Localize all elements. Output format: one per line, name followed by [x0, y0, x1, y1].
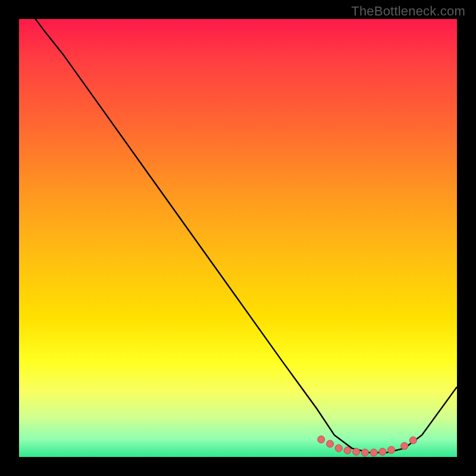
- plot-area: [19, 19, 457, 457]
- highlight-dot: [318, 436, 325, 443]
- highlight-dot: [353, 448, 360, 455]
- highlight-dot: [388, 446, 395, 453]
- main-curve: [19, 0, 457, 453]
- highlight-dot: [409, 437, 416, 444]
- highlight-dot: [344, 447, 351, 454]
- chart-frame: TheBottleneck.com: [0, 0, 476, 476]
- watermark-text: TheBottleneck.com: [351, 4, 465, 19]
- highlight-dot: [370, 449, 377, 456]
- highlight-dot: [379, 448, 386, 455]
- highlight-dot: [361, 449, 368, 456]
- dot-group: [318, 436, 417, 456]
- highlight-dot: [401, 443, 408, 450]
- highlight-dot: [335, 444, 342, 452]
- curve-svg: [19, 19, 457, 457]
- highlight-dot: [327, 440, 334, 447]
